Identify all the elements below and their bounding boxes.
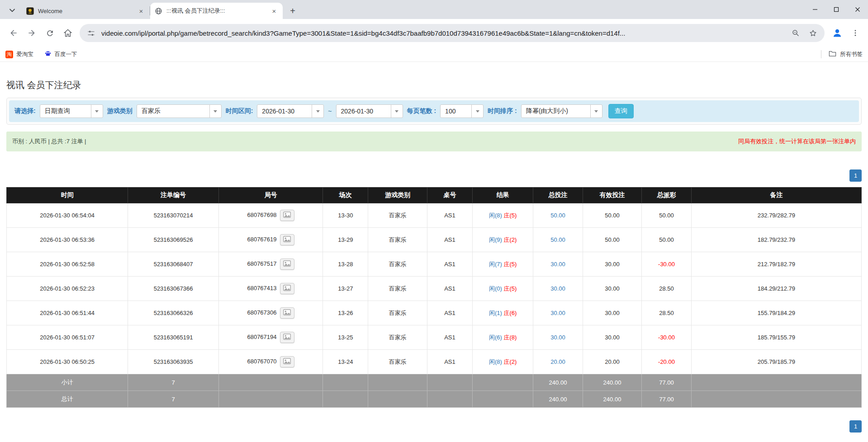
pagination-top: 1: [6, 169, 862, 182]
page-1-button[interactable]: 1: [849, 169, 862, 182]
date-from-select[interactable]: 2026-01-30: [257, 104, 324, 118]
payout-cell: -20.00: [642, 350, 692, 374]
dropdown-arrow-icon: [590, 105, 602, 118]
total-bet-cell-value[interactable]: 30.00: [550, 334, 565, 341]
game-type-cell-value: 百家乐: [389, 261, 407, 268]
maximize-button[interactable]: [825, 0, 847, 19]
table-number-cell: AS1: [427, 252, 472, 277]
bet-time-cell: 2026-01-30 06:52:23: [7, 277, 128, 301]
round-id-cell: 680767517: [218, 252, 323, 277]
browser-menu-icon[interactable]: [847, 25, 863, 41]
round-detail-button[interactable]: [280, 307, 294, 319]
total-bet-cell-value[interactable]: 50.00: [550, 212, 565, 219]
result-cell: 闲(8) 庄(5): [473, 203, 533, 228]
round-detail-button[interactable]: [280, 356, 294, 367]
close-window-button[interactable]: [847, 0, 868, 19]
date-to-select[interactable]: 2026-01-30: [336, 104, 403, 118]
column-header: 总派彩: [642, 188, 692, 203]
payout-cell: -30.00: [642, 252, 692, 277]
tab-close-icon[interactable]: ×: [137, 7, 145, 15]
round-detail-button[interactable]: [280, 283, 294, 294]
session-cell: 13-26: [323, 301, 368, 325]
per-page-select[interactable]: 100: [440, 104, 484, 118]
home-button[interactable]: [59, 24, 77, 42]
tab-betrecord[interactable]: :::视讯 会员下注纪录::: ×: [150, 3, 283, 19]
valid-bet-cell: 30.00: [583, 301, 641, 325]
table-number-cell: AS1: [427, 228, 472, 252]
page-1-button[interactable]: 1: [849, 420, 862, 433]
game-type-cell: 百家乐: [368, 325, 427, 350]
valid-bet-cell-value: 30.00: [605, 310, 620, 316]
all-bookmarks-label: 所有书签: [840, 51, 863, 58]
round-detail-button[interactable]: [280, 259, 294, 270]
all-bookmarks[interactable]: 所有书签: [821, 50, 863, 59]
footer-empty-cell: [323, 374, 368, 391]
column-header: 总投注: [533, 188, 583, 203]
payout-cell: 28.50: [642, 301, 692, 325]
search-button[interactable]: 查询: [608, 104, 634, 118]
note-cell-value: 185.79/155.79: [758, 334, 795, 341]
tab-welcome[interactable]: Welcome ×: [22, 3, 150, 19]
result-player: 闲(8): [489, 358, 502, 365]
total-bet-cell-value[interactable]: 20.00: [550, 358, 565, 365]
new-tab-button[interactable]: +: [286, 5, 299, 17]
result-player: 闲(1): [489, 310, 502, 316]
round-image-icon: [283, 212, 291, 219]
total-bet-cell-value[interactable]: 30.00: [550, 285, 565, 292]
bookmark-baidu[interactable]: 百度一下: [44, 50, 77, 59]
session-cell: 13-28: [323, 252, 368, 277]
total-bet-cell-value[interactable]: 50.00: [550, 236, 565, 243]
game-type-select[interactable]: 百家乐: [137, 104, 222, 118]
result-player: 闲(8): [489, 212, 502, 219]
forward-button[interactable]: [23, 24, 41, 42]
session-cell-value: 13-28: [338, 261, 353, 268]
footer-total-bet-cell: 240.00: [533, 374, 583, 391]
bookmark-star-icon[interactable]: [806, 27, 819, 39]
filter-bar: 请选择: 日期查询 游戏类别 百家乐 时间区间: 2026-01-30 ~ 20: [9, 100, 859, 122]
time-sort-label: 时间排序 :: [488, 107, 517, 115]
round-detail-button[interactable]: [280, 210, 294, 221]
minimize-button[interactable]: [804, 0, 825, 19]
game-type-cell: 百家乐: [368, 277, 427, 301]
reload-button[interactable]: [41, 24, 59, 42]
payout-cell: -30.00: [642, 325, 692, 350]
footer-payout-cell: 77.00: [642, 391, 692, 408]
total-bet-cell: 30.00: [533, 252, 583, 277]
zoom-icon[interactable]: [789, 27, 802, 39]
footer-empty-cell: [691, 374, 861, 391]
table-number-cell-value: AS1: [444, 334, 455, 341]
site-info-icon[interactable]: [85, 27, 97, 39]
round-detail-button[interactable]: [280, 332, 294, 343]
address-bar[interactable]: videoie.com/ipl/portal.php/game/betrecor…: [80, 24, 825, 42]
column-header: 局号: [218, 188, 323, 203]
query-type-select[interactable]: 日期查询: [40, 104, 103, 118]
bet-id-cell: 523163066326: [128, 301, 218, 325]
back-button[interactable]: [5, 24, 23, 42]
session-cell-value: 13-30: [338, 212, 353, 219]
table-header-row: 时间注单编号局号场次游戏类别桌号结果总投注有效投注总派彩备注: [7, 188, 862, 203]
round-id-cell: 680767619: [218, 228, 323, 252]
column-header: 场次: [323, 188, 368, 203]
time-sort-select[interactable]: 降幂(由大到小): [521, 104, 602, 118]
per-page-label: 每页笔数 :: [407, 107, 436, 115]
total-bet-cell: 30.00: [533, 325, 583, 350]
column-header: 备注: [691, 188, 861, 203]
note-cell: 205.79/185.79: [691, 350, 861, 374]
total-bet-cell-value[interactable]: 30.00: [550, 310, 565, 316]
tab-search-button[interactable]: [5, 4, 19, 19]
tab-close-icon[interactable]: ×: [270, 7, 278, 15]
welcome-favicon: [26, 7, 34, 15]
profile-avatar[interactable]: [829, 25, 845, 41]
total-bet-cell-value[interactable]: 30.00: [550, 261, 565, 268]
table-number-cell: AS1: [427, 325, 472, 350]
bet-records-table: 时间注单编号局号场次游戏类别桌号结果总投注有效投注总派彩备注 2026-01-3…: [6, 187, 862, 408]
time-sort-value: 降幂(由大到小): [522, 107, 590, 115]
bet-id-cell: 523163065191: [128, 325, 218, 350]
bet-time-cell-value: 2026-01-30 06:51:44: [40, 310, 95, 316]
session-cell: 13-25: [323, 325, 368, 350]
round-detail-button[interactable]: [280, 234, 294, 245]
bookmark-aitaobao[interactable]: 淘 爱淘宝: [5, 51, 33, 58]
bet-id-cell-value: 523163067366: [154, 285, 193, 292]
bet-id-cell: 523163067366: [128, 277, 218, 301]
game-type-cell: 百家乐: [368, 203, 427, 228]
